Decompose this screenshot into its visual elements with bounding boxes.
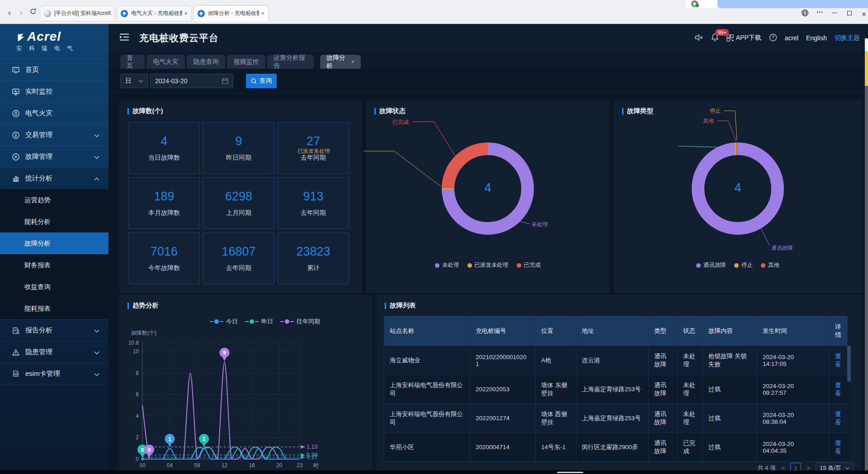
chevron-down-icon xyxy=(138,80,143,83)
sidebar-item-label: 报告分析 xyxy=(25,326,52,335)
legend-item[interactable]: 已派发未处理 xyxy=(467,261,509,269)
legend-item[interactable]: 停止 xyxy=(734,261,753,269)
legend-item[interactable]: 通讯故障 xyxy=(696,261,726,269)
svg-text:8: 8 xyxy=(136,370,139,376)
sidebar-item-operation-trend[interactable]: 运营趋势 xyxy=(0,189,108,211)
table-cell[interactable]: 查看 xyxy=(830,404,848,433)
legend-dot xyxy=(467,263,472,268)
tab-electrical-fire[interactable]: 电气火灾 xyxy=(146,55,185,69)
chevron-down-icon xyxy=(94,153,99,161)
browser-tab-2[interactable]: 电气火灾 - 充电桩收费云平台 × xyxy=(117,5,192,21)
stats-icon xyxy=(12,175,20,183)
sidebar-item-transactions[interactable]: 交易管理 xyxy=(0,124,108,146)
table-cell: 闵行区北翟路2900弄 xyxy=(576,433,649,462)
svg-text:10.8: 10.8 xyxy=(128,340,139,346)
sidebar-item-esim-management[interactable]: esim卡管理 xyxy=(0,363,108,384)
browser-chrome: ‹ › [平台介绍] 安科瑞AcrelCloud-9 电气火灾 - 充电桩收费云… xyxy=(0,0,868,24)
sidebar-item-report-analysis[interactable]: 报告分析 xyxy=(0,319,108,341)
detail-link[interactable]: 查看 xyxy=(835,353,841,368)
extension-chip[interactable] xyxy=(686,0,717,8)
chevron-down-icon xyxy=(94,348,99,356)
page-scrollbar-thumb[interactable] xyxy=(865,51,868,86)
detail-link[interactable]: 查看 xyxy=(835,411,841,426)
table-cell: 墙体 西侧壁挂 xyxy=(536,404,576,433)
sidebar-item-hazard-management[interactable]: 隐患管理 xyxy=(0,341,108,363)
page-scrollbar-top[interactable] xyxy=(865,38,868,51)
tab-close-icon[interactable]: × xyxy=(261,10,264,17)
notifications-button[interactable]: 99+ xyxy=(711,33,719,43)
sidebar-item-fault-management[interactable]: 故障管理 xyxy=(0,146,108,167)
table-cell[interactable]: 查看 xyxy=(830,375,848,404)
date-picker[interactable]: 2024-03-20 xyxy=(150,74,233,88)
stat-card: 9昨日同期 xyxy=(203,122,274,174)
main-content: 日 2024-03-20 查询 故障数(个) 4当日故障数9昨日同期27去年同期… xyxy=(108,69,868,474)
maximize-button[interactable] xyxy=(847,11,852,15)
stat-value: 9 xyxy=(235,134,242,148)
detail-link[interactable]: 查看 xyxy=(835,440,841,455)
sidebar-item-energy-report[interactable]: 能耗报表 xyxy=(0,298,108,319)
tab-hazard-query[interactable]: 隐患查询 xyxy=(187,55,225,69)
svg-text:时: 时 xyxy=(313,462,319,469)
minimize-button[interactable] xyxy=(832,13,837,13)
sidebar-item-label: 首页 xyxy=(25,66,39,74)
browser-reload-button[interactable] xyxy=(28,8,38,17)
sidebar-item-label: 故障管理 xyxy=(25,152,52,161)
sidebar-item-revenue-query[interactable]: 收益查询 xyxy=(0,276,108,298)
stat-card: 23823累计 xyxy=(278,232,349,284)
legend-item[interactable]: 已完成 xyxy=(517,261,541,269)
svg-text:10: 10 xyxy=(133,348,139,355)
table-scrollbar-thumb[interactable] xyxy=(847,346,851,382)
sidebar-item-financial-report[interactable]: 财务报表 xyxy=(0,254,108,276)
dashboard-icon xyxy=(12,66,20,74)
period-select[interactable]: 日 xyxy=(120,74,148,88)
panel-title: 故障数(个) xyxy=(127,107,163,115)
language-switch[interactable]: English xyxy=(806,34,827,42)
legend-item[interactable]: 未处理 xyxy=(435,261,459,269)
close-window-button[interactable]: × xyxy=(862,10,866,19)
legend-item[interactable]: 其他 xyxy=(761,261,779,269)
title-bar xyxy=(374,108,376,114)
svg-text:12: 12 xyxy=(222,462,228,469)
tab-video-monitor[interactable]: 视频监控 xyxy=(227,55,265,69)
detail-link[interactable]: 查看 xyxy=(835,382,841,397)
username[interactable]: acrel xyxy=(785,34,798,42)
tab-close-icon[interactable]: × xyxy=(184,10,188,17)
chevron-up-icon xyxy=(94,175,99,182)
theme-switch-link[interactable]: 切换主题 xyxy=(835,34,860,42)
sidebar-item-fault-analysis-active[interactable]: 故障分析 xyxy=(0,232,108,254)
mute-icon[interactable] xyxy=(694,33,703,43)
page-scrollbar-track[interactable] xyxy=(865,86,868,470)
browser-tab-3-active[interactable]: 故障分析 - 充电桩收费云平台 × xyxy=(193,5,269,21)
browser-tab-1[interactable]: [平台介绍] 安科瑞AcrelCloud-9 xyxy=(40,5,115,21)
tab-fault-analysis-active[interactable]: 故障分析× xyxy=(320,55,361,69)
taskbar-strip xyxy=(0,470,868,474)
sidebar-item-statistics[interactable]: 统计分析 xyxy=(0,167,108,189)
sidebar-item-realtime-monitor[interactable]: 实时监控 xyxy=(0,81,108,102)
table-cell: 2021022000010201 xyxy=(470,346,536,375)
table-cell[interactable]: 查看 xyxy=(830,346,848,375)
sidebar-item-energy-analysis[interactable]: 能耗分析 xyxy=(0,211,108,232)
tab-operation-report[interactable]: 运营分析报告 xyxy=(267,55,314,69)
tab-home[interactable]: 首页 xyxy=(120,55,145,69)
table-cell[interactable]: 查看 xyxy=(830,433,848,462)
browser-back-button[interactable]: ‹ xyxy=(5,8,14,18)
title-bar xyxy=(127,108,129,114)
sidebar-item-electrical-fire[interactable]: 电气火灾 xyxy=(0,102,108,124)
browser-menu-icon[interactable]: ··· xyxy=(816,8,823,16)
collapse-menu-icon[interactable] xyxy=(119,33,129,43)
table-cell: 上海嘉定育绿路253号 xyxy=(576,404,649,433)
table-column-header: 类型 xyxy=(649,316,678,346)
table-cell: 上海嘉定育绿路253号 xyxy=(576,375,649,404)
search-button[interactable]: 查询 xyxy=(246,74,277,88)
svg-text:04: 04 xyxy=(167,462,173,469)
panel-trend: 趋势分析 今日 昨日 往年同期 00040812162023024681010.… xyxy=(119,295,372,474)
globe-icon[interactable] xyxy=(801,9,809,18)
app-download-button[interactable]: APP下载 xyxy=(726,34,761,42)
tab-close-icon[interactable]: × xyxy=(351,59,354,65)
browser-forward-button[interactable]: › xyxy=(16,8,26,18)
svg-text:9: 9 xyxy=(223,350,226,356)
legend-dot xyxy=(696,263,701,268)
help-button[interactable]: ? xyxy=(769,33,777,43)
svg-text:1: 1 xyxy=(203,436,206,442)
sidebar-item-home[interactable]: 首页 xyxy=(0,59,108,81)
